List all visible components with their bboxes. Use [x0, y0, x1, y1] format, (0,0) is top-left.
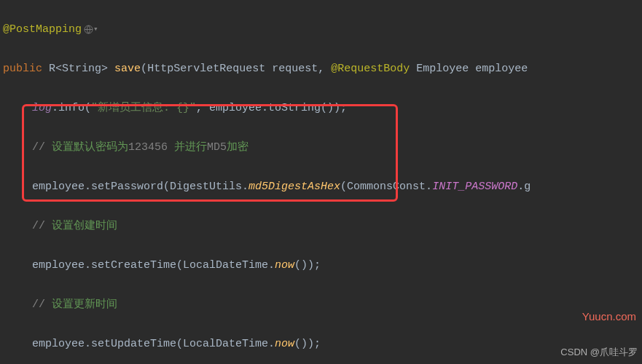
- code-text: (CommonsConst.: [340, 181, 432, 193]
- comment-line: // 设置默认密码为123456 并进行MD5加密: [0, 138, 642, 157]
- code-text: ());: [294, 338, 321, 350]
- comment: MD5: [207, 141, 227, 154]
- code-line: employee.setUpdateTime(LocalDateTime.now…: [0, 334, 642, 354]
- comment-line: // 设置更新时间: [0, 295, 642, 314]
- code-text: ());: [294, 259, 321, 272]
- globe-icon: [83, 25, 93, 35]
- comment: 加密: [227, 141, 248, 154]
- comment: 设置更新时间: [52, 298, 117, 311]
- annotation: @PostMapping: [3, 23, 82, 36]
- param-name: request: [272, 63, 318, 75]
- comment: //: [32, 298, 52, 311]
- keyword-public: public: [3, 63, 42, 75]
- code-text: , employee.toString());: [196, 102, 347, 114]
- code-text: employee.setUpdateTime(LocalDateTime.: [32, 338, 275, 350]
- method-call: .info(: [52, 102, 91, 114]
- comment: //: [32, 220, 52, 232]
- comment: 设置创建时间: [52, 220, 117, 232]
- code-editor[interactable]: @PostMapping▾ public R<String> save(Http…: [0, 0, 642, 364]
- code-line: public R<String> save(HttpServletRequest…: [0, 59, 642, 79]
- code-line: log.info("新增员工信息: {}", employee.toString…: [0, 98, 642, 118]
- comment: //: [32, 141, 52, 154]
- code-line: employee.setPassword(DigestUtils.md5Dige…: [0, 177, 642, 197]
- method-name: save: [114, 63, 141, 75]
- comment-line: // 设置创建时间: [0, 216, 642, 236]
- constant: INIT_PASSWORD: [432, 181, 517, 193]
- static-method: md5DigestAsHex: [248, 181, 340, 193]
- code-text: employee.setPassword(DigestUtils.: [32, 181, 248, 193]
- code-line: employee.setCreateTime(LocalDateTime.now…: [0, 256, 642, 275]
- annotation: @RequestBody: [331, 63, 410, 75]
- generic-type: String: [62, 63, 101, 75]
- log-var: log: [32, 102, 52, 114]
- param-type: Employee: [416, 63, 469, 75]
- code-text: employee.setCreateTime(LocalDateTime.: [32, 259, 275, 272]
- return-type: R: [49, 63, 55, 75]
- param-type: HttpServletRequest: [147, 63, 265, 75]
- param-name: employee: [475, 63, 528, 75]
- comment: 并进行: [174, 141, 207, 154]
- code-line: @PostMapping▾: [0, 20, 642, 39]
- csdn-attribution: CSDN @爪哇斗罗: [560, 342, 638, 362]
- comment: 设置默认密码为: [52, 141, 128, 154]
- chevron-down-icon: ▾: [93, 25, 98, 33]
- comment: 123456: [128, 141, 174, 154]
- static-method: now: [275, 338, 294, 350]
- string-literal: "新增员工信息: {}": [91, 102, 196, 114]
- watermark: Yuucn.com: [582, 306, 636, 326]
- static-method: now: [275, 259, 294, 272]
- code-text: .g: [517, 181, 531, 193]
